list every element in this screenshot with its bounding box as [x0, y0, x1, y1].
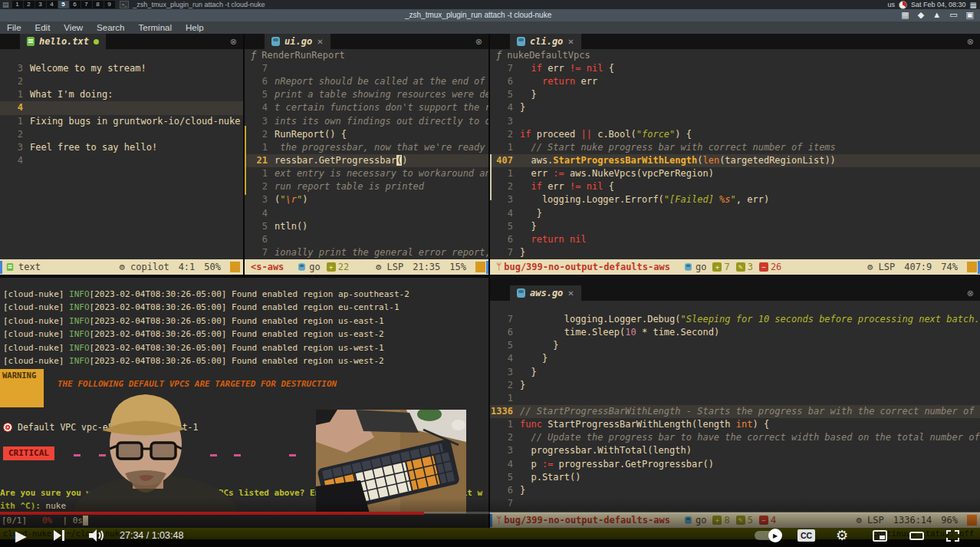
window-control-icons[interactable]: ▦ ◆ ▲ ▭ ▣ [901, 10, 977, 20]
code-line: 3 progressbar.WithTotal(length) [490, 444, 980, 457]
code-line: 1ext entry is necessary to workaround an… [245, 167, 488, 180]
keyboard-layout-indicator[interactable]: us [887, 1, 895, 8]
play-button[interactable]: ▶ [15, 524, 27, 547]
pane-divider[interactable] [0, 275, 490, 278]
code-line: 1What I'm doing: [0, 88, 243, 101]
line-number: 407 [490, 154, 520, 167]
code-line: 3ints its own findings out directly to o… [245, 115, 488, 128]
line-number: 2 [245, 180, 275, 193]
go-file-icon [517, 288, 525, 298]
line-number: 7 [490, 313, 520, 326]
code-line: 5ntln() [245, 220, 488, 233]
window-list-icon[interactable]: ▤ [2, 1, 9, 8]
line-number: 5 [245, 88, 275, 101]
line-number: 3 [490, 444, 520, 457]
lsp-indicator: ⚙ LSP [867, 262, 895, 272]
code-line: 4} [490, 101, 980, 114]
critical-badge: CRITICAL [3, 446, 54, 460]
code-line: 21ressbar.GetProgressbar() [245, 154, 488, 167]
scrollbar-mark[interactable] [245, 126, 246, 195]
line-number: 6 [245, 233, 275, 246]
close-circle-icon[interactable]: ⊗ [475, 37, 482, 47]
magenta-dash [289, 454, 296, 456]
line-number: 1 [245, 167, 275, 180]
code-line: 4t certain functions don't support the r… [245, 101, 488, 114]
close-icon[interactable]: ✕ [567, 38, 574, 46]
line-number: 5 [490, 88, 520, 101]
menu-help[interactable]: Help [179, 23, 211, 32]
line-number: 5 [245, 220, 275, 233]
menu-terminal[interactable]: Terminal [132, 23, 179, 32]
line-number: 3 [490, 115, 520, 128]
tab-ui-go[interactable]: ui.go ✕ [265, 34, 331, 49]
line-number: 7 [490, 62, 520, 75]
volume-icon[interactable] [89, 524, 106, 547]
code-line: 7 if err != nil { [490, 62, 980, 75]
tab-aws-go[interactable]: aws.go ✕ [510, 285, 581, 301]
line-number: 6 [490, 484, 520, 497]
workspace-4[interactable]: 4 [47, 1, 58, 8]
copilot-indicator: ⚙ copilot [120, 262, 169, 272]
aws-tabbar: aws.go ✕ ⊗ [490, 285, 980, 301]
code-line: 1 [490, 392, 980, 405]
scroll-percent: 74% [941, 262, 958, 272]
next-button[interactable] [54, 524, 65, 547]
line-number: 21 [245, 154, 275, 167]
go-file-icon [271, 37, 280, 46]
code-line: [cloud-nuke] INFO[2023-02-04T08:30:26-05… [3, 328, 409, 341]
workspace-grid-icon[interactable]: ▦ [970, 1, 977, 9]
line-number: 1 [490, 392, 520, 405]
menu-view[interactable]: View [57, 23, 90, 32]
code-line: 5 } [490, 220, 980, 233]
target-icon [3, 423, 12, 432]
close-icon[interactable]: ✕ [567, 289, 574, 298]
workspace-7[interactable]: 7 [81, 1, 92, 8]
captions-button[interactable]: CC [797, 524, 815, 547]
diff-added-count: 22 [338, 262, 349, 272]
workspace-8[interactable]: 8 [93, 1, 104, 8]
settings-gear-icon[interactable]: ⚙ [836, 524, 848, 547]
theater-mode-icon[interactable] [909, 524, 924, 547]
line-number: 3 [245, 193, 275, 206]
miniplayer-icon[interactable] [873, 524, 887, 547]
fullscreen-icon[interactable] [946, 524, 959, 547]
workspace-9[interactable]: 9 [104, 1, 115, 8]
tab-hello-txt[interactable]: hello.txt [20, 34, 106, 49]
menu-edit[interactable]: Edit [28, 23, 58, 32]
workspace-2[interactable]: 2 [24, 1, 35, 8]
text-file-icon [27, 37, 35, 46]
line-number: 3 [0, 141, 30, 154]
active-window-button[interactable]: _zsh_tmux_plugin_run attach -t cloud-nuk… [405, 11, 551, 19]
close-circle-icon[interactable]: ⊗ [230, 37, 237, 47]
close-circle-icon[interactable]: ⊗ [967, 37, 974, 47]
code-line: [cloud-nuke] INFO[2023-02-04T08:30:26-05… [3, 301, 409, 314]
taskbar-window-title[interactable]: _zsh_tmux_plugin_run attach -t cloud-nuk… [133, 1, 265, 8]
close-icon[interactable]: ✕ [317, 38, 323, 46]
workspace-1[interactable]: 1 [12, 1, 23, 8]
video-controls: ▶ 27:34 / 1:03:48 ▶ CC ⚙ [0, 524, 980, 547]
line-number: 1 [245, 141, 275, 154]
close-circle-icon[interactable]: ⊗ [967, 288, 974, 298]
scrollbar-mark[interactable] [490, 154, 492, 200]
tray-wheel-icon[interactable] [899, 1, 907, 9]
code-line: 7 [245, 62, 488, 75]
menu-search[interactable]: Search [90, 23, 131, 32]
diff-added-icon: + [327, 262, 336, 272]
code-line: 2 // Update the progress bar to have the… [490, 431, 980, 444]
code-line: 2} [490, 379, 980, 392]
workspace-3[interactable]: 3 [35, 1, 46, 8]
line-number: 4 [0, 101, 30, 114]
autoplay-toggle[interactable]: ▶ [755, 524, 781, 547]
gear-icon: ⚙ [120, 262, 125, 272]
line-number: 6 [490, 326, 520, 339]
workspace-5[interactable]: 5 [58, 1, 69, 8]
code-line: 2 [0, 128, 243, 141]
clock[interactable]: Sat Feb 04, 08:30 [911, 1, 966, 8]
line-number: 4 [490, 207, 520, 220]
line-number: 6 [490, 75, 520, 88]
tab-cli-go[interactable]: cli.go ✕ [510, 34, 581, 49]
menu-file[interactable]: File [0, 23, 28, 32]
webcam-person [65, 390, 257, 513]
workspace-6[interactable]: 6 [70, 1, 81, 8]
code-line: 3Welcome to my stream! [0, 62, 243, 75]
